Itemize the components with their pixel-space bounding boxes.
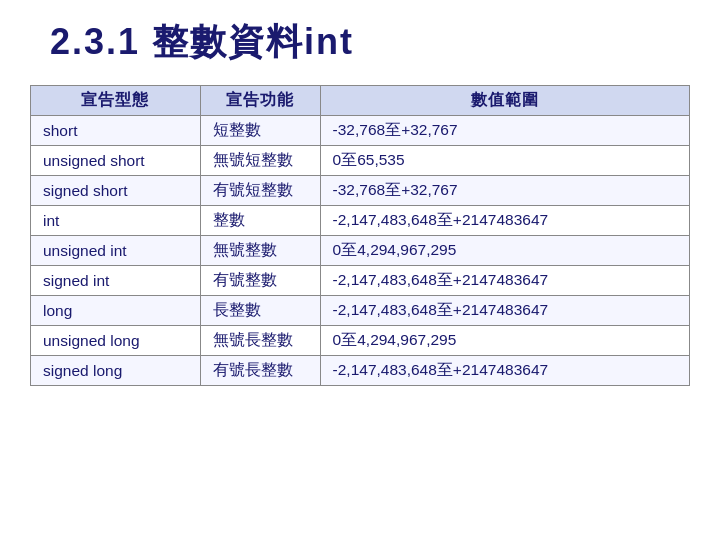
cell-range: 0至4,294,967,295 xyxy=(320,326,689,356)
cell-func: 無號短整數 xyxy=(200,146,320,176)
table-row: unsigned int無號整數0至4,294,967,295 xyxy=(31,236,690,266)
cell-func: 有號整數 xyxy=(200,266,320,296)
cell-range: -2,147,483,648至+2147483647 xyxy=(320,296,689,326)
cell-func: 整數 xyxy=(200,206,320,236)
cell-decl: int xyxy=(31,206,201,236)
cell-decl: unsigned short xyxy=(31,146,201,176)
header-decl: 宣告型態 xyxy=(31,86,201,116)
data-table: 宣告型態 宣告功能 數值範圍 short短整數-32,768至+32,767un… xyxy=(30,85,690,386)
cell-decl: signed long xyxy=(31,356,201,386)
table-row: long長整數-2,147,483,648至+2147483647 xyxy=(31,296,690,326)
cell-decl: signed int xyxy=(31,266,201,296)
cell-decl: long xyxy=(31,296,201,326)
cell-func: 無號長整數 xyxy=(200,326,320,356)
cell-range: -2,147,483,648至+2147483647 xyxy=(320,266,689,296)
page-title: 2.3.1 整數資料int xyxy=(30,18,354,67)
cell-func: 長整數 xyxy=(200,296,320,326)
cell-func: 無號整數 xyxy=(200,236,320,266)
cell-range: -2,147,483,648至+2147483647 xyxy=(320,206,689,236)
table-header-row: 宣告型態 宣告功能 數值範圍 xyxy=(31,86,690,116)
cell-range: 0至65,535 xyxy=(320,146,689,176)
cell-decl: signed short xyxy=(31,176,201,206)
table-row: signed int有號整數-2,147,483,648至+2147483647 xyxy=(31,266,690,296)
table-row: int整數-2,147,483,648至+2147483647 xyxy=(31,206,690,236)
cell-range: -32,768至+32,767 xyxy=(320,116,689,146)
cell-range: -2,147,483,648至+2147483647 xyxy=(320,356,689,386)
cell-decl: unsigned long xyxy=(31,326,201,356)
cell-range: 0至4,294,967,295 xyxy=(320,236,689,266)
cell-range: -32,768至+32,767 xyxy=(320,176,689,206)
table-row: signed short有號短整數-32,768至+32,767 xyxy=(31,176,690,206)
cell-decl: unsigned int xyxy=(31,236,201,266)
page: 2.3.1 整數資料int 宣告型態 宣告功能 數值範圍 short短整數-32… xyxy=(0,0,720,540)
table-row: unsigned short無號短整數0至65,535 xyxy=(31,146,690,176)
table-row: signed long有號長整數-2,147,483,648至+21474836… xyxy=(31,356,690,386)
table-body: short短整數-32,768至+32,767unsigned short無號短… xyxy=(31,116,690,386)
cell-func: 短整數 xyxy=(200,116,320,146)
cell-func: 有號短整數 xyxy=(200,176,320,206)
header-func: 宣告功能 xyxy=(200,86,320,116)
table-row: unsigned long無號長整數0至4,294,967,295 xyxy=(31,326,690,356)
cell-decl: short xyxy=(31,116,201,146)
cell-func: 有號長整數 xyxy=(200,356,320,386)
table-row: short短整數-32,768至+32,767 xyxy=(31,116,690,146)
header-range: 數值範圍 xyxy=(320,86,689,116)
